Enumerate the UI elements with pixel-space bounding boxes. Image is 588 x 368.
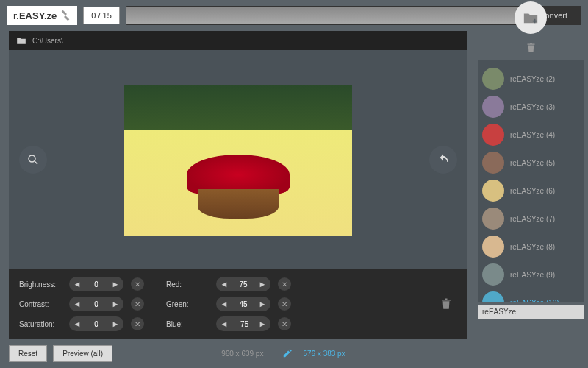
magnifier-icon [26, 153, 40, 166]
image-canvas [9, 50, 467, 269]
decrement-button[interactable]: ◄ [69, 316, 85, 331]
reset-value-button[interactable]: ✕ [278, 297, 291, 311]
new-dimensions: 576 x 383 px [303, 350, 345, 358]
adjustments-panel: Brightness:◄0►✕Contrast:◄0►✕Saturation:◄… [9, 269, 467, 339]
reset-value-button[interactable]: ✕ [278, 317, 291, 330]
item-name: reEASYze (3) [510, 103, 555, 111]
list-item[interactable]: reEASYze (9) [481, 261, 581, 289]
folder-icon [16, 35, 26, 46]
undo-icon [437, 153, 450, 166]
original-dimensions: 960 x 639 px [221, 350, 263, 358]
left-stepper[interactable]: ◄0► [69, 316, 123, 331]
svg-point-0 [29, 155, 35, 162]
list-item[interactable]: reEASYze (7) [481, 205, 581, 233]
stepper-value: 0 [85, 300, 107, 308]
path-text: C:\Users\ [32, 37, 63, 45]
stepper-value: 0 [85, 320, 107, 328]
folder-plus-icon [523, 10, 539, 26]
right-label: Red: [166, 280, 212, 289]
thumbnail [482, 180, 504, 202]
preview-all-button[interactable]: Preview (all) [53, 345, 112, 362]
preview-image [124, 85, 352, 236]
rename-input[interactable]: reEASYze [478, 305, 584, 319]
zoom-button[interactable] [19, 146, 47, 174]
list-item[interactable]: reEASYze (3) [481, 93, 581, 121]
increment-button[interactable]: ► [107, 277, 123, 291]
reset-button[interactable]: Reset [9, 345, 47, 362]
item-name: reEASYze (8) [510, 243, 555, 251]
trash-icon [440, 297, 453, 311]
breadcrumb[interactable]: C:\Users\ [9, 31, 467, 50]
reset-value-button[interactable]: ✕ [131, 277, 144, 291]
item-name: reEASYze (2) [510, 75, 555, 83]
decrement-button[interactable]: ◄ [69, 297, 85, 311]
add-folder-button[interactable] [514, 1, 547, 34]
list-item[interactable]: reEASYze (2) [481, 65, 581, 93]
undo-button[interactable] [429, 146, 457, 174]
left-label: Contrast: [19, 300, 65, 308]
trash-icon [526, 42, 537, 53]
reset-value-button[interactable]: ✕ [278, 277, 291, 291]
app-logo: r.EASY.ze [7, 6, 77, 25]
reset-value-button[interactable]: ✕ [131, 297, 144, 311]
stepper-value: -75 [232, 320, 254, 328]
item-name: reEASYze (7) [510, 215, 555, 223]
stepper-value: 45 [232, 300, 254, 308]
thumbnail [482, 124, 504, 146]
decrement-button[interactable]: ◄ [216, 297, 232, 311]
right-stepper[interactable]: ◄75► [216, 277, 270, 291]
increment-button[interactable]: ► [107, 297, 123, 311]
reset-value-button[interactable]: ✕ [131, 317, 144, 330]
logo-text: r.EASY.ze [13, 10, 57, 21]
right-label: Blue: [166, 320, 212, 328]
thumbnail [482, 291, 504, 302]
thumbnail [482, 208, 504, 230]
increment-button[interactable]: ► [254, 316, 270, 331]
delete-item-button[interactable] [522, 38, 539, 56]
left-stepper[interactable]: ◄0► [69, 277, 123, 291]
delete-adjustments-button[interactable] [435, 293, 457, 315]
item-name: reEASYze (4) [510, 131, 555, 139]
thumbnail [482, 152, 504, 174]
list-item[interactable]: reEASYze (6) [481, 177, 581, 205]
increment-button[interactable]: ► [254, 277, 270, 291]
list-item[interactable]: reEASYze (10) [481, 289, 581, 302]
item-name: reEASYze (5) [510, 159, 555, 167]
decrement-button[interactable]: ◄ [216, 316, 232, 331]
left-label: Saturation: [19, 320, 65, 328]
progress-bar [126, 6, 520, 25]
list-item[interactable]: reEASYze (5) [481, 149, 581, 177]
stepper-value: 0 [85, 280, 107, 289]
thumbnail [482, 236, 504, 258]
item-name: reEASYze (10) [510, 299, 559, 302]
left-label: Brightness: [19, 280, 65, 289]
queue-counter: 0 / 15 [83, 7, 120, 24]
increment-button[interactable]: ► [254, 297, 270, 311]
file-list[interactable]: reEASYze (2)reEASYze (3)reEASYze (4)reEA… [478, 60, 584, 302]
decrement-button[interactable]: ◄ [216, 277, 232, 291]
stepper-value: 75 [232, 280, 254, 289]
left-stepper[interactable]: ◄0► [69, 297, 123, 311]
thumbnail [482, 96, 504, 118]
item-name: reEASYze (6) [510, 187, 555, 195]
right-stepper[interactable]: ◄45► [216, 297, 270, 311]
thumbnail [482, 263, 504, 286]
increment-button[interactable]: ► [107, 316, 123, 331]
edit-dimensions-button[interactable] [282, 348, 293, 358]
right-stepper[interactable]: ◄-75► [216, 316, 270, 331]
item-name: reEASYze (9) [510, 271, 555, 279]
list-item[interactable]: reEASYze (4) [481, 121, 581, 149]
right-label: Green: [166, 300, 212, 308]
pencil-icon [282, 348, 293, 358]
decrement-button[interactable]: ◄ [69, 277, 85, 291]
list-item[interactable]: reEASYze (8) [481, 233, 581, 261]
thumbnail [482, 68, 504, 90]
